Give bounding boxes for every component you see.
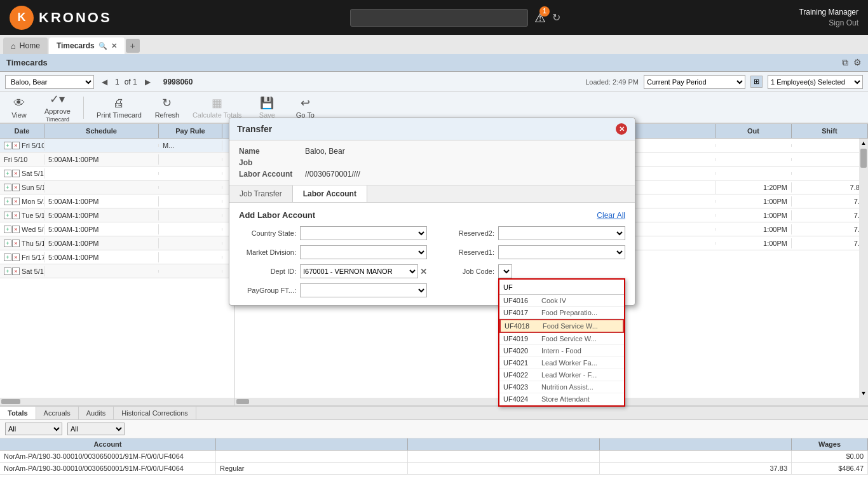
add-row-button[interactable]: + <box>4 170 11 177</box>
filter2-selector[interactable]: All <box>67 423 125 435</box>
job-code-list: UF4016 Cook IV UF4017 Food Preparatio...… <box>499 295 624 405</box>
list-item[interactable]: UF4019 Food Service W... <box>499 333 624 345</box>
list-item[interactable]: UF4016 Cook IV <box>499 295 624 307</box>
account-cell: NorAm-PA/190-30-00010/0030650001/91M-F/0… <box>0 451 216 462</box>
sign-out-link[interactable]: Sign Out <box>799 18 858 29</box>
top-center-search: ⚠ 1 ↻ <box>350 9 560 27</box>
labor-account-tab[interactable]: Labor Account <box>293 186 367 202</box>
totals-tab[interactable]: Totals <box>0 407 36 419</box>
tab-home[interactable]: Home <box>3 37 48 54</box>
remove-row-button[interactable]: × <box>12 198 20 205</box>
print-action-button[interactable]: 🖨 Print Timecard <box>97 97 142 119</box>
global-search-input[interactable] <box>350 9 528 27</box>
remove-row-button[interactable]: × <box>12 142 20 149</box>
calculate-action-button[interactable]: ▦ Calculate Totals <box>193 96 241 119</box>
settings-icon[interactable]: ⚙ <box>853 57 862 68</box>
add-tab-button[interactable]: + <box>126 39 140 53</box>
job-code-container: UF4016 Cook IV UF4017 Food Preparatio...… <box>498 264 625 278</box>
remove-row-button[interactable]: × <box>12 254 20 261</box>
top-refresh-icon[interactable]: ↻ <box>552 11 560 24</box>
print-icon: 🖨 <box>113 97 125 110</box>
add-row-button[interactable]: + <box>4 226 11 233</box>
page-current: 1 <box>115 78 119 86</box>
job-code-dropdown: UF4016 Cook IV UF4017 Food Preparatio...… <box>498 278 625 407</box>
historical-corrections-tab[interactable]: Historical Corrections <box>114 407 196 419</box>
filter1-selector[interactable]: All <box>5 423 62 435</box>
tab-close-icon[interactable]: ✕ <box>111 42 117 50</box>
list-item[interactable]: UF4023 Nutrition Assist... <box>499 381 624 393</box>
remove-row-button[interactable]: × <box>12 170 20 177</box>
refresh-action-button[interactable]: ↻ Refresh <box>154 96 180 119</box>
shift-cell: 7.5 <box>792 196 868 207</box>
add-row-button[interactable]: + <box>4 240 11 247</box>
job-transfer-tab[interactable]: Job Transfer <box>229 186 293 202</box>
remove-row-button[interactable]: × <box>12 240 20 247</box>
list-item[interactable]: UF4020 Intern - Food <box>499 345 624 357</box>
add-row-button[interactable]: + <box>4 254 11 261</box>
vertical-scrollbar[interactable]: ▲ ▼ <box>859 139 868 398</box>
save-action-button[interactable]: 💾 Save <box>254 96 280 119</box>
list-item[interactable]: UF4021 Lead Worker Fa... <box>499 357 624 369</box>
add-row-button[interactable]: + <box>4 212 11 219</box>
window-restore-icon[interactable]: ⧉ <box>842 57 848 68</box>
loaded-time: Loaded: 2:49 PM <box>585 78 639 86</box>
goto-icon: ↩ <box>301 96 310 110</box>
remove-row-button[interactable]: × <box>12 226 20 233</box>
reserved2-row: Reserved2: <box>437 226 625 240</box>
paygroup-select[interactable] <box>300 283 427 297</box>
tab-timecards[interactable]: Timecards 🔍 ✕ <box>49 37 125 54</box>
add-row-button[interactable]: + <box>4 142 11 149</box>
tab-search-icon[interactable]: 🔍 <box>98 42 107 50</box>
audits-tab[interactable]: Audits <box>79 407 114 419</box>
dept-id-select[interactable]: I670001 - VERNON MANOR <box>300 264 418 278</box>
horizontal-scrollbar[interactable] <box>0 398 234 405</box>
view-action-button[interactable]: 👁 View <box>6 97 32 119</box>
approve-action-button[interactable]: ✓▾ Approve Timecard <box>44 92 71 123</box>
dept-id-row: Dept ID: I670001 - VERNON MANOR ✕ <box>239 264 427 278</box>
remove-row-button[interactable]: × <box>12 184 20 191</box>
schedule-cell <box>44 144 159 147</box>
goto-action-button[interactable]: ↩ Go To <box>292 96 318 119</box>
date-column-header: Date <box>0 124 44 138</box>
labor-account-form: Country State: Market Division: Dept ID:… <box>239 226 625 297</box>
add-row-button[interactable]: + <box>4 184 11 191</box>
list-item[interactable]: UF4024 Store Attendant <box>499 393 624 405</box>
payrule-cell <box>159 158 222 161</box>
add-row-button[interactable]: + <box>4 268 11 275</box>
notification-bell[interactable]: ⚠ 1 <box>534 10 546 25</box>
reserved2-select[interactable] <box>498 226 625 240</box>
approve-label: Approve <box>44 107 71 115</box>
reserved1-select[interactable] <box>498 245 625 259</box>
out-cell: 1:00PM <box>715 196 792 207</box>
job-code-select[interactable] <box>498 264 512 278</box>
table-row: + × Thu 5/16 5:00AM-1:00PM <box>0 236 234 250</box>
employee-selector[interactable]: Baloo, Bear <box>5 75 94 89</box>
list-item-highlighted[interactable]: UF4018 Food Service W... <box>499 319 624 333</box>
schedule-cell <box>44 186 159 189</box>
job-code-row: Job Code: UF4016 Cook IV <box>437 264 625 278</box>
remove-row-button[interactable]: × <box>12 212 20 219</box>
market-division-select[interactable] <box>300 245 427 259</box>
remove-row-button[interactable]: × <box>12 268 20 275</box>
pay-period-selector[interactable]: Current Pay Period <box>644 75 745 89</box>
table-row: + × Wed 5/15 5:00AM-1:00PM <box>0 222 234 236</box>
top-bar: K KRONOS ⚠ 1 ↻ Training Manager Sign Out <box>0 0 868 35</box>
employees-selected-selector[interactable]: 1 Employee(s) Selected <box>768 75 863 89</box>
kronos-logo: K KRONOS <box>10 6 112 30</box>
tab-home-label: Home <box>20 41 40 50</box>
country-state-select[interactable] <box>300 226 427 240</box>
job-code-search-input[interactable] <box>499 280 624 295</box>
bottom-grid-header: Account Wages <box>0 438 868 451</box>
date-cell: + × Fri 5/17 <box>0 252 44 262</box>
accruals-tab[interactable]: Accruals <box>36 407 79 419</box>
list-item[interactable]: UF4017 Food Preparatio... <box>499 307 624 319</box>
clear-all-button[interactable]: Clear All <box>597 211 625 220</box>
nav-next-button[interactable]: ▶ <box>142 76 153 88</box>
list-item[interactable]: UF4022 Lead Worker - F... <box>499 369 624 381</box>
add-row-button[interactable]: + <box>4 198 11 205</box>
nav-prev-button[interactable]: ◀ <box>99 76 110 88</box>
dialog-close-button[interactable]: ✕ <box>616 123 627 135</box>
dept-id-clear-button[interactable]: ✕ <box>420 267 427 276</box>
grid-view-button[interactable]: ⊞ <box>750 76 763 88</box>
table-row: + × Sat 5/11 <box>0 166 234 180</box>
